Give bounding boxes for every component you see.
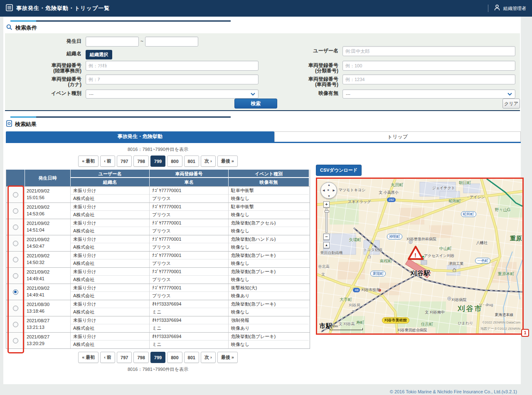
map-zoom-in-button[interactable]: + bbox=[323, 201, 330, 207]
車両登録番号(陸運事務所)-input[interactable] bbox=[86, 61, 259, 71]
row-user-org: 未振り分けA株式会社 bbox=[71, 219, 150, 235]
イベント種別-select[interactable]: --- bbox=[86, 89, 259, 99]
page-button-«最初[interactable]: « 最初 bbox=[78, 156, 99, 167]
map-label: 凸 bbox=[453, 268, 456, 272]
page-button-800[interactable]: 800 bbox=[167, 156, 182, 167]
tab-trip[interactable]: トリップ bbox=[274, 131, 521, 142]
copyright-text: © 2016 Tokio Marine & Nichido Fire Insur… bbox=[390, 389, 517, 394]
search-button[interactable]: 検索 bbox=[234, 99, 277, 109]
header-plate-car: 車両登録番号 車名 bbox=[150, 170, 229, 186]
page-button-次›[interactable]: 次 › bbox=[201, 156, 216, 167]
row-plate-car: ﾅｺﾞﾔ777ｱ0001プリウス bbox=[150, 235, 229, 251]
page-button-次›[interactable]: 次 › bbox=[201, 352, 216, 363]
date-from-input[interactable] bbox=[86, 37, 139, 47]
row-plate-car: ｵｷﾅﾜ333ｱ6694ミニ bbox=[150, 316, 229, 332]
row-datetime: 2021/08/2713:21:13 bbox=[25, 316, 71, 332]
select-value: --- bbox=[89, 91, 94, 96]
row-user-org: 未振り分けA株式会社 bbox=[71, 284, 150, 300]
header-event-video: イベント種別 映像有無 bbox=[229, 170, 309, 186]
row-plate-car: ﾅｺﾞﾔ777ｱ0001プリウス bbox=[150, 203, 229, 219]
ユーザー名-input[interactable] bbox=[342, 46, 515, 56]
page-button-798[interactable]: 798 bbox=[133, 156, 148, 167]
page-button-801[interactable]: 801 bbox=[184, 352, 199, 363]
search-section-title: 検索条件 bbox=[15, 24, 37, 32]
row-datetime: 2021/09/0214:49:41 bbox=[25, 284, 71, 300]
row-datetime: 2021/09/0214:50:32 bbox=[25, 252, 71, 267]
date-to-input[interactable] bbox=[145, 37, 198, 47]
車両登録番号(車両番号)-input[interactable] bbox=[342, 74, 515, 84]
user-role[interactable]: 組織管理者 bbox=[503, 5, 526, 12]
row-event-video: 危険挙動(急ブレーキ)映像なし bbox=[229, 252, 309, 267]
車両登録番号(分類番号)-input[interactable] bbox=[342, 61, 515, 71]
page-button-最後»[interactable]: 最後 » bbox=[217, 156, 238, 167]
map-label: 重原本町 bbox=[498, 272, 515, 276]
map-label: 文 小高原小 bbox=[379, 190, 399, 195]
row-plate-car: ﾅｺﾞﾔ777ｱ0001プリウス bbox=[150, 219, 229, 235]
row-radio[interactable] bbox=[13, 241, 18, 246]
row-radio[interactable] bbox=[13, 208, 18, 214]
map-label: 野々山G bbox=[495, 207, 510, 212]
marker-exclamation: ! bbox=[414, 252, 416, 259]
row-radio[interactable] bbox=[13, 225, 18, 230]
select-value: --- bbox=[346, 91, 350, 96]
field-label: ユーザー名 bbox=[269, 46, 342, 54]
page-button-801[interactable]: 801 bbox=[184, 156, 199, 167]
map-zoom-slider[interactable] bbox=[325, 208, 328, 233]
map-zoom-out-button[interactable]: − bbox=[323, 234, 330, 240]
row-select-cell bbox=[6, 203, 25, 219]
page-button-‹前[interactable]: ‹ 前 bbox=[100, 352, 115, 363]
result-count-top: 8016：7981~7990件目を表示 bbox=[6, 146, 310, 153]
row-radio[interactable] bbox=[13, 273, 18, 279]
row-plate-car: ﾅｺﾞﾔ777ｱ0001プリウス bbox=[150, 268, 229, 284]
row-radio[interactable] bbox=[13, 192, 18, 198]
page-button-800[interactable]: 800 bbox=[167, 352, 182, 363]
pan-down-icon: ▼ bbox=[328, 195, 330, 198]
header-select bbox=[6, 170, 25, 186]
field-label: 車両登録番号(陸運事務所) bbox=[5, 61, 86, 74]
page-button-799[interactable]: 799 bbox=[150, 352, 165, 363]
tab-accident-danger[interactable]: 事故発生・危険挙動 bbox=[6, 131, 274, 142]
row-select-cell bbox=[6, 219, 25, 235]
csv-download-button[interactable]: CSVダウンロード bbox=[316, 165, 362, 176]
映像有無-select[interactable]: --- bbox=[342, 89, 515, 99]
page-button-797[interactable]: 797 bbox=[117, 156, 132, 167]
row-select-cell bbox=[6, 284, 25, 300]
row-radio[interactable] bbox=[13, 289, 18, 295]
clear-button[interactable]: クリア bbox=[502, 99, 520, 109]
map-label: 津田工業 bbox=[448, 262, 463, 266]
page-button-«最初[interactable]: « 最初 bbox=[78, 352, 99, 363]
divider bbox=[488, 5, 488, 12]
page-button-最後»[interactable]: 最後 » bbox=[217, 352, 238, 363]
row-radio[interactable] bbox=[13, 338, 18, 343]
map-zoom-handle[interactable] bbox=[325, 210, 329, 212]
row-radio[interactable] bbox=[13, 306, 18, 311]
map-label: 中山町 bbox=[439, 246, 452, 251]
page-button-798[interactable]: 798 bbox=[133, 352, 148, 363]
row-radio[interactable] bbox=[13, 322, 18, 327]
map-label: 刈谷豊田総合病院 bbox=[397, 328, 427, 333]
row-datetime: 2021/08/3013:18:46 bbox=[25, 300, 71, 316]
page-button-799[interactable]: 799 bbox=[150, 156, 165, 167]
map[interactable]: 丸田町朝日町ジェイテクト・アイシン昭和町昭和町野々山Gマツモトキヨシ文 小高原小… bbox=[316, 178, 524, 335]
map-label: 刈谷局 bbox=[349, 303, 360, 308]
page-button-‹前[interactable]: ‹ 前 bbox=[100, 156, 115, 167]
row-select-cell bbox=[6, 300, 25, 316]
accident-marker-icon[interactable]: ! bbox=[407, 245, 425, 261]
results-table-wrap: 発生日時 ユーザー名 組織名 車両登録番号 車名 イベント種別 映像有無 bbox=[6, 170, 310, 349]
page-footer: © 2016 Tokio Marine & Nichido Fire Insur… bbox=[0, 384, 532, 395]
section-rule bbox=[10, 20, 231, 22]
map-pan-control[interactable]: ▲▼ ◀▶ ● bbox=[320, 182, 337, 199]
車両登録番号(カナ)-input[interactable] bbox=[86, 74, 259, 84]
row-select-cell bbox=[6, 252, 25, 267]
map-label: 東海道本線 bbox=[495, 313, 513, 317]
map-label: トヨタ紡織 bbox=[363, 248, 382, 252]
row-event-video: 駐車中衝撃映像なし bbox=[229, 203, 309, 219]
map-layer-button[interactable]: ▲ bbox=[323, 242, 330, 248]
org-select-button[interactable]: 組織選択 bbox=[86, 50, 112, 59]
map-copyright: ©2022 ZENRIN DataCom bbox=[482, 320, 520, 325]
field-label: 車両登録番号(車両番号) bbox=[269, 74, 342, 87]
page-button-797[interactable]: 797 bbox=[117, 352, 132, 363]
row-radio[interactable] bbox=[13, 257, 18, 262]
pagination-top: « 最初‹ 前797798799800801次 ›最後 » bbox=[6, 156, 310, 167]
map-label: 矢場町 bbox=[349, 237, 362, 242]
